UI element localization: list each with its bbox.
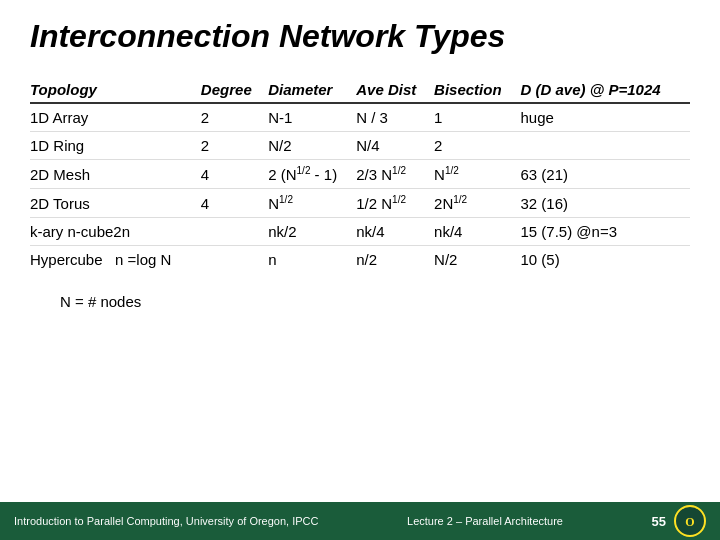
cell-degree: 4 xyxy=(201,189,268,218)
cell-diameter: N/2 xyxy=(268,132,356,160)
cell-degree: 2 xyxy=(201,132,268,160)
col-header-bisection: Bisection xyxy=(434,77,520,103)
col-header-topology: Topology xyxy=(30,77,201,103)
cell-bisection: nk/4 xyxy=(434,218,520,246)
col-header-avedist: Ave Dist xyxy=(356,77,434,103)
cell-diameter: n xyxy=(268,246,356,274)
cell-avedist: 2/3 N1/2 xyxy=(356,160,434,189)
footer-center-text: Lecture 2 – Parallel Architecture xyxy=(407,515,563,527)
cell-topology: 2D Mesh xyxy=(30,160,201,189)
cell-dave: huge xyxy=(520,103,690,132)
cell-diameter: N1/2 xyxy=(268,189,356,218)
table-row: 1D Ring 2 N/2 N/4 2 xyxy=(30,132,690,160)
cell-bisection: N/2 xyxy=(434,246,520,274)
cell-avedist: N/4 xyxy=(356,132,434,160)
table-row: Hypercube n =log N n n/2 N/2 10 (5) xyxy=(30,246,690,274)
footer: Introduction to Parallel Computing, Univ… xyxy=(0,502,720,540)
cell-avedist: n/2 xyxy=(356,246,434,274)
cell-bisection: 2 xyxy=(434,132,520,160)
cell-dave: 15 (7.5) @n=3 xyxy=(520,218,690,246)
table-row: 1D Array 2 N-1 N / 3 1 huge xyxy=(30,103,690,132)
cell-topology: k-ary n-cube2n xyxy=(30,218,201,246)
cell-avedist: N / 3 xyxy=(356,103,434,132)
cell-topology: 2D Torus xyxy=(30,189,201,218)
cell-bisection: N1/2 xyxy=(434,160,520,189)
uo-logo: O xyxy=(674,505,706,537)
cell-avedist: 1/2 N1/2 xyxy=(356,189,434,218)
network-types-table: Topology Degree Diameter Ave Dist Bisect… xyxy=(30,77,690,273)
footer-right: 55 O xyxy=(652,505,706,537)
cell-topology: 1D Ring xyxy=(30,132,201,160)
col-header-diameter: Diameter xyxy=(268,77,356,103)
cell-avedist: nk/4 xyxy=(356,218,434,246)
cell-dave: 32 (16) xyxy=(520,189,690,218)
cell-degree xyxy=(201,246,268,274)
cell-degree: 2 xyxy=(201,103,268,132)
cell-bisection: 1 xyxy=(434,103,520,132)
cell-degree xyxy=(201,218,268,246)
note-text: N = # nodes xyxy=(30,293,690,310)
cell-dave: 63 (21) xyxy=(520,160,690,189)
footer-page-number: 55 xyxy=(652,514,666,529)
footer-left-text: Introduction to Parallel Computing, Univ… xyxy=(14,515,318,527)
table-header-row: Topology Degree Diameter Ave Dist Bisect… xyxy=(30,77,690,103)
cell-diameter: nk/2 xyxy=(268,218,356,246)
cell-dave: 10 (5) xyxy=(520,246,690,274)
table-row: 2D Mesh 4 2 (N1/2 - 1) 2/3 N1/2 N1/2 63 … xyxy=(30,160,690,189)
cell-topology: 1D Array xyxy=(30,103,201,132)
cell-diameter: 2 (N1/2 - 1) xyxy=(268,160,356,189)
cell-dave xyxy=(520,132,690,160)
cell-degree: 4 xyxy=(201,160,268,189)
main-content: Interconnection Network Types Topology D… xyxy=(0,0,720,320)
cell-bisection: 2N1/2 xyxy=(434,189,520,218)
cell-topology: Hypercube n =log N xyxy=(30,246,201,274)
table-row: k-ary n-cube2n nk/2 nk/4 nk/4 15 (7.5) @… xyxy=(30,218,690,246)
cell-diameter: N-1 xyxy=(268,103,356,132)
col-header-dave: D (D ave) @ P=1024 xyxy=(520,77,690,103)
svg-text:O: O xyxy=(685,515,694,529)
table-row: 2D Torus 4 N1/2 1/2 N1/2 2N1/2 32 (16) xyxy=(30,189,690,218)
col-header-degree: Degree xyxy=(201,77,268,103)
page-title: Interconnection Network Types xyxy=(30,18,690,55)
